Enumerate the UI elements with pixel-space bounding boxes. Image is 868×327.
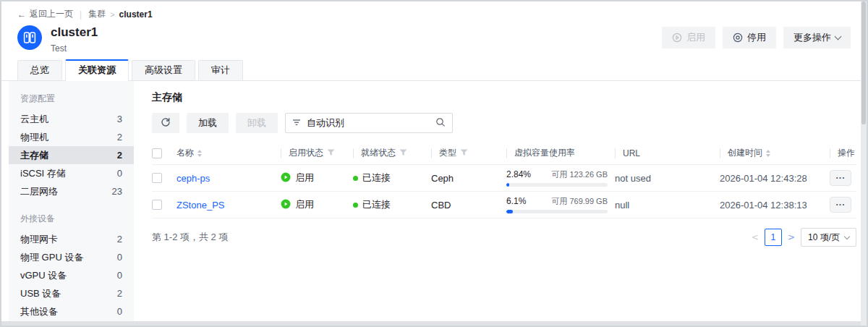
next-page-icon[interactable]: > [788, 232, 795, 242]
sidebar-item-label: 物理网卡 [20, 233, 58, 246]
table-row: ceph-ps 启用 已连接 Ceph [152, 165, 856, 192]
breadcrumb-separator-icon: > [110, 10, 114, 19]
section-title: 主存储 [152, 91, 856, 104]
sidebar-item-primary-storage[interactable]: 主存储 2 [9, 146, 134, 164]
row-more-actions-button[interactable]: ... [830, 170, 851, 186]
storage-type: CBD [431, 200, 506, 211]
enable-state-label: 启用 [295, 171, 314, 184]
storage-url: not used [615, 173, 720, 184]
search-filter-label: 自动识别 [307, 116, 430, 129]
usage-available: 可用 123.26 GB [551, 169, 608, 180]
row-more-actions-button[interactable]: ... [830, 197, 851, 213]
sidebar-item-label: 其他设备 [20, 305, 58, 318]
column-header-created[interactable]: 创建时间 [720, 142, 830, 164]
load-button[interactable]: 加载 [187, 113, 229, 133]
storage-name-link[interactable]: ceph-ps [176, 173, 210, 184]
sidebar-item-count: 0 [117, 252, 122, 263]
sidebar-item-physical-nic[interactable]: 物理网卡 2 [9, 230, 134, 248]
filter-funnel-icon[interactable] [460, 148, 468, 158]
page-header: cluster1 Test 启用 停用 更多操作 [1, 20, 862, 59]
sidebar-item-iscsi-storage[interactable]: iSCSI 存储 0 [9, 164, 134, 182]
page-number-button[interactable]: 1 [765, 229, 782, 246]
cluster-detail-page: ← 返回上一页 | 集群 > cluster1 cluster1 Te [0, 0, 868, 327]
column-header-usage: 虚拟容量使用率 [506, 142, 615, 164]
scrollbar-thumb[interactable] [861, 1, 866, 124]
column-header-enable-state[interactable]: 启用状态 [281, 142, 353, 164]
sidebar-item-vgpu[interactable]: vGPU 设备 0 [9, 266, 134, 284]
sidebar-item-count: 2 [117, 132, 122, 143]
column-label: 虚拟容量使用率 [514, 147, 575, 159]
more-actions-button[interactable]: 更多操作 [783, 27, 851, 48]
more-actions-label: 更多操作 [793, 31, 831, 44]
sort-icon[interactable] [766, 150, 770, 157]
sidebar-item-physical-gpu[interactable]: 物理 GPU 设备 0 [9, 248, 134, 266]
primary-storage-table: 名称 启用状态 就绪状态 类型 [152, 142, 856, 218]
sort-icon[interactable] [197, 150, 202, 157]
pagination: < 1 > 10 项/页 [752, 228, 856, 247]
pagination-summary: 第 1-2 项，共 2 项 [152, 231, 228, 244]
row-checkbox[interactable] [152, 200, 162, 210]
filter-funnel-icon[interactable] [399, 148, 407, 158]
cluster-icon [17, 25, 42, 50]
column-header-name[interactable]: 名称 [176, 142, 281, 164]
connected-dot-icon [353, 176, 358, 181]
ready-state-label: 已连接 [362, 198, 391, 211]
sidebar-item-count: 2 [117, 288, 122, 299]
sidebar-item-label: 二层网络 [20, 185, 58, 198]
tab-bar: 总览 关联资源 高级设置 审计 [1, 59, 862, 81]
vertical-scrollbar[interactable] [861, 1, 867, 326]
usage-track [506, 210, 608, 213]
table-row: ZStone_PS 启用 已连接 CBD [152, 192, 856, 218]
tab-overview[interactable]: 总览 [17, 60, 62, 80]
sidebar-item-label: USB 设备 [20, 287, 61, 300]
row-checkbox[interactable] [152, 173, 162, 183]
stop-circle-icon [733, 33, 743, 43]
sidebar-section-resource-config: 资源配置 [9, 87, 134, 110]
usage-fill [506, 210, 513, 213]
disable-button[interactable]: 停用 [723, 27, 776, 48]
sidebar-item-label: 物理 GPU 设备 [20, 251, 83, 264]
column-label: 操作 [838, 147, 855, 159]
tab-audit[interactable]: 审计 [198, 60, 243, 80]
refresh-button[interactable] [152, 113, 179, 133]
enabled-status-icon [281, 172, 291, 184]
column-header-url: URL [615, 142, 720, 164]
sidebar-item-usb[interactable]: USB 设备 2 [9, 284, 134, 302]
select-all-checkbox[interactable] [152, 148, 162, 158]
page-title: cluster1 [51, 25, 98, 40]
sidebar-item-count: 3 [117, 114, 122, 124]
column-header-ready-state[interactable]: 就绪状态 [353, 142, 431, 164]
usage-available: 可用 769.99 GB [551, 196, 608, 207]
filter-lines-icon [292, 118, 301, 129]
sidebar-item-count: 2 [117, 150, 122, 161]
filter-funnel-icon[interactable] [327, 148, 335, 158]
usage-percent: 2.84% [506, 169, 531, 179]
sidebar-section-external-devices: 外接设备 [9, 207, 134, 230]
sidebar-item-l2-network[interactable]: 二层网络 23 [9, 182, 134, 200]
sidebar-item-host[interactable]: 物理机 2 [9, 128, 134, 146]
sidebar-item-label: 云主机 [20, 113, 48, 126]
sidebar-item-vm[interactable]: 云主机 3 [9, 110, 134, 128]
tab-advanced-settings[interactable]: 高级设置 [132, 60, 195, 80]
table-footer: 第 1-2 项，共 2 项 < 1 > 10 项/页 [152, 228, 856, 247]
tab-related-resources[interactable]: 关联资源 [65, 59, 129, 81]
back-link[interactable]: ← 返回上一页 [17, 8, 73, 20]
enabled-status-icon [281, 199, 291, 211]
horizontal-scrollbar[interactable] [1, 321, 861, 326]
page-size-select[interactable]: 10 项/页 [801, 228, 856, 247]
refresh-icon [161, 117, 171, 129]
breadcrumb-current: cluster1 [119, 9, 153, 20]
column-label: 创建时间 [728, 147, 762, 159]
sidebar-item-other-devices[interactable]: 其他设备 0 [9, 302, 134, 320]
enable-button[interactable]: 启用 [662, 27, 715, 48]
storage-name-link[interactable]: ZStone_PS [176, 200, 225, 211]
resource-sidebar: 资源配置 云主机 3 物理机 2 主存储 2 iSCSI 存储 0 [9, 81, 134, 323]
prev-page-icon[interactable]: < [752, 232, 759, 242]
unload-button[interactable]: 卸载 [236, 113, 278, 133]
toolbar: 加载 卸载 自动识别 [152, 113, 856, 133]
column-header-type[interactable]: 类型 [431, 142, 506, 164]
disable-button-label: 停用 [747, 31, 766, 44]
search-input[interactable]: 自动识别 [285, 113, 453, 133]
play-circle-icon [672, 33, 682, 43]
breadcrumb-section[interactable]: 集群 [88, 8, 106, 20]
